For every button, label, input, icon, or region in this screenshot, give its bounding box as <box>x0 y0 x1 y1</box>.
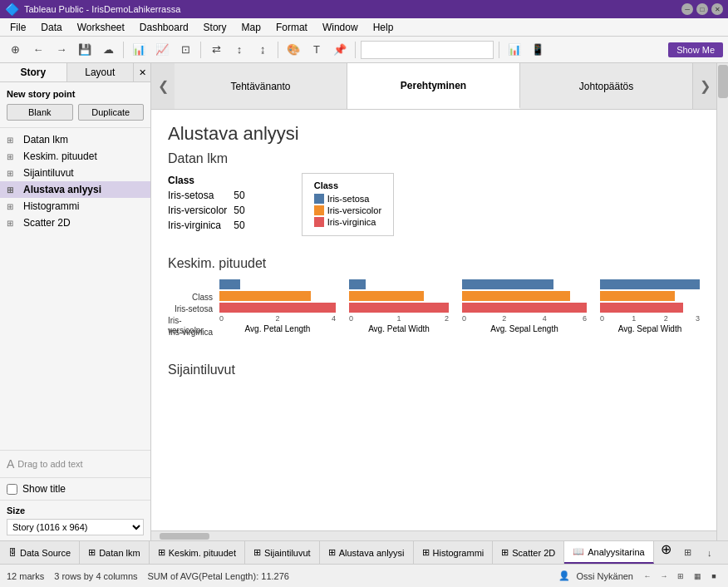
sheet-label-5: Histogrammi <box>433 548 485 558</box>
table-cell-value: 50 <box>234 203 251 218</box>
toolbar-save[interactable]: 💾 <box>75 40 95 60</box>
toolbar-swap[interactable]: ⇄ <box>206 40 226 60</box>
sheet-icon: ⊞ <box>7 136 18 145</box>
class-label-col: Class <box>192 293 213 303</box>
data-table: Class Iris-setosa 50 Iris-versicolor 50 … <box>168 173 252 233</box>
view-btn2[interactable]: → <box>657 569 671 584</box>
maximize-button[interactable]: □ <box>696 3 708 15</box>
tab-histogrammi[interactable]: ⊞ Histogrammi <box>414 541 494 564</box>
label-sepal-width: Avg. Sepal Width <box>600 324 700 333</box>
story-tab-perehtyminen[interactable]: Perehtyminen <box>347 63 520 109</box>
toolbar-color[interactable]: 🎨 <box>283 40 303 60</box>
show-me-button[interactable]: Show Me <box>668 42 723 57</box>
show-title-checkbox[interactable] <box>7 484 17 495</box>
axis-sepal-width: 0 1 2 3 <box>600 314 700 323</box>
tab-sijaintiluvut[interactable]: ⊞ Sijaintiluvut <box>245 541 320 564</box>
bar-virginica-sepal-length <box>462 303 587 313</box>
sidebar-item-scatter-2d[interactable]: ⊞ Scatter 2D <box>0 215 150 231</box>
menu-map[interactable]: Map <box>235 20 268 35</box>
close-button[interactable]: ✕ <box>711 3 723 15</box>
sidebar-item-datan-lkm[interactable]: ⊞ Datan lkm <box>0 131 150 148</box>
menu-window[interactable]: Window <box>316 20 365 35</box>
toolbar-sort2[interactable]: ↨ <box>253 40 273 60</box>
user-name: Ossi Nykänen <box>577 571 633 581</box>
nav-next-button[interactable]: ❯ <box>693 63 716 109</box>
toolbar-save-cloud[interactable]: ☁ <box>98 40 118 60</box>
nav-prev-button[interactable]: ❮ <box>151 63 175 109</box>
toolbar-forward[interactable]: → <box>52 40 71 60</box>
bar-setosa-petal-width <box>349 279 366 289</box>
axis-petal-width: 0 1 2 <box>349 314 449 323</box>
menu-help[interactable]: Help <box>366 20 401 35</box>
sheet-icon-4: ⊞ <box>328 547 336 558</box>
table-cell-class: Iris-versicolor <box>168 203 234 218</box>
minimize-button[interactable]: ─ <box>681 3 693 15</box>
virginica-label: Iris-virginica <box>169 328 213 338</box>
story-tab-tehtavananto[interactable]: Tehtävänanto <box>175 63 347 109</box>
toolbar-device[interactable]: 📱 <box>528 40 548 60</box>
title-bar: 🔷 Tableau Public - IrisDemoLahikerrassa … <box>0 0 728 18</box>
menu-worksheet[interactable]: Worksheet <box>71 20 131 35</box>
bars-petal-length <box>219 279 336 313</box>
sidebar-item-histogrammi[interactable]: ⊞ Histogrammi <box>0 198 150 215</box>
search-input[interactable] <box>361 41 494 59</box>
tab-scatter[interactable]: ⊞ Scatter 2D <box>493 541 564 564</box>
toolbar-chart1[interactable]: 📊 <box>129 40 149 60</box>
tab-datan-lkm[interactable]: ⊞ Datan lkm <box>80 541 150 564</box>
panel-close-button[interactable]: ✕ <box>134 63 150 81</box>
menu-format[interactable]: Format <box>269 20 314 35</box>
toolbar-sort1[interactable]: ↕ <box>229 40 249 60</box>
view-btn5[interactable]: ■ <box>706 569 721 584</box>
view-btn4[interactable]: ▦ <box>690 569 705 584</box>
blank-button[interactable]: Blank <box>7 104 73 121</box>
view-controls: ← → ⊞ ▦ ■ <box>640 569 721 584</box>
content-scroll[interactable]: Alustava anlyysi Datan lkm Class Iris-se… <box>151 110 716 530</box>
menu-dashboard[interactable]: Dashboard <box>133 20 195 35</box>
toolbar-label[interactable]: T <box>307 40 327 60</box>
y-axis-labels: Class Iris-setosa Iris-versicolor Iris-v… <box>168 278 216 338</box>
view-btn1[interactable]: ← <box>640 569 655 584</box>
toolbar-new[interactable]: ⊕ <box>5 40 25 60</box>
tab-keskim-pituudet[interactable]: ⊞ Keskim. pituudet <box>150 541 245 564</box>
h-scroll-thumb[interactable] <box>160 533 209 540</box>
story-tab-johtopatos[interactable]: Johtopäätös <box>520 63 693 109</box>
tab-layout[interactable]: Layout <box>67 63 135 81</box>
view-btn3[interactable]: ⊞ <box>673 569 688 584</box>
sheet-label-2: Keskim. pituudet <box>169 548 236 558</box>
sidebar-item-sijaintiluvut[interactable]: ⊞ Sijaintiluvut <box>0 165 150 181</box>
toolbar-present[interactable]: 📊 <box>504 40 524 60</box>
toolbar-back[interactable]: ← <box>28 40 48 60</box>
data-source-icon: 🗄 <box>8 548 17 557</box>
bottom-right-btn1[interactable]: ⊞ <box>678 543 698 563</box>
horizontal-scrollbar[interactable] <box>151 530 716 540</box>
tab-data-source[interactable]: 🗄 Data Source <box>0 541 80 564</box>
story-navigator: ❮ Tehtävänanto Perehtyminen Johtopäätös … <box>151 63 716 110</box>
bar-virginica-petal-length <box>219 303 336 313</box>
rows-cols: 3 rows by 4 columns <box>54 571 137 581</box>
toolbar-chart2[interactable]: 📈 <box>152 40 172 60</box>
bar-versicolor-sepal-width <box>600 291 675 301</box>
table-row: Iris-versicolor 50 <box>168 203 252 218</box>
toolbar-chart3[interactable]: ⊡ <box>175 40 195 60</box>
tab-alustava[interactable]: ⊞ Alustava anlyysi <box>320 541 414 564</box>
add-sheet-button[interactable]: ⊕ <box>654 541 678 564</box>
bottom-right-btn3[interactable]: ↑ <box>721 543 728 563</box>
tab-story[interactable]: Story <box>0 63 67 81</box>
toolbar-pin[interactable]: 📌 <box>330 40 350 60</box>
bottom-right-btn2[interactable]: ↓ <box>700 543 720 563</box>
menu-data[interactable]: Data <box>34 20 68 35</box>
sidebar-item-alustava-anlyysi[interactable]: ⊞ Alustava anlyysi <box>0 181 150 198</box>
menu-file[interactable]: File <box>3 20 32 35</box>
vertical-scrollbar[interactable] <box>716 63 728 540</box>
story-item-label: Scatter 2D <box>23 217 71 229</box>
bar-virginica-sepal-width <box>600 303 683 313</box>
duplicate-button[interactable]: Duplicate <box>78 104 145 121</box>
tab-analyysitarina[interactable]: 📖 Analyysitarina <box>564 541 653 564</box>
bar-versicolor-petal-width <box>349 291 424 301</box>
legend-items: Iris-setosa Iris-versicolor Iris-virgini… <box>314 194 381 227</box>
sheet-icon-2: ⊞ <box>158 547 165 558</box>
sidebar-item-keskim.-pituudet[interactable]: ⊞ Keskim. pituudet <box>0 148 150 165</box>
size-select[interactable]: Story (1016 x 964) <box>7 519 144 535</box>
menu-story[interactable]: Story <box>197 20 234 35</box>
v-scroll-thumb[interactable] <box>718 65 728 98</box>
